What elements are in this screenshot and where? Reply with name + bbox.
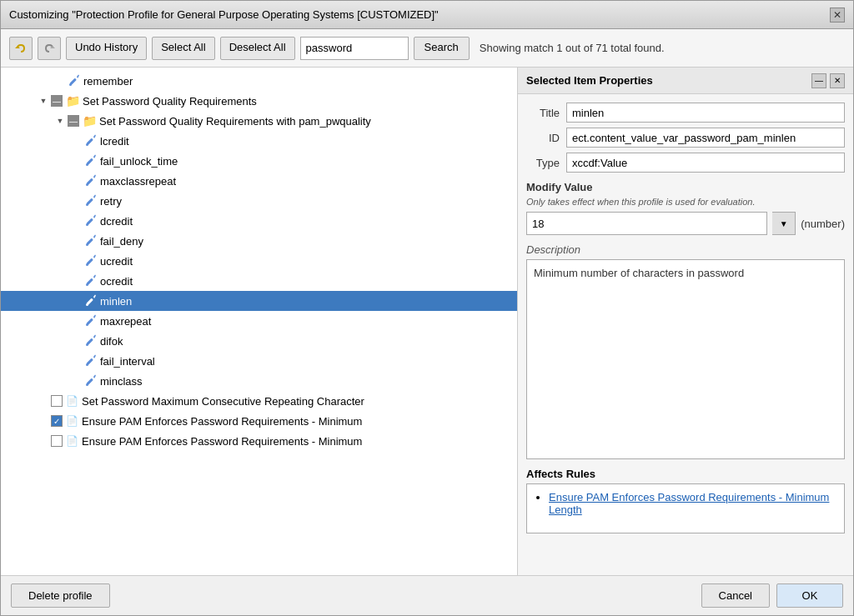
panel-minimize-button[interactable]: —: [811, 73, 826, 88]
redo-button[interactable]: [38, 37, 61, 60]
search-input[interactable]: [300, 37, 409, 60]
tree-item-fail-unlock-time[interactable]: ▶ fail_unlock_time: [1, 151, 517, 171]
tree-item-remember[interactable]: ▶ remember: [1, 71, 517, 91]
delete-profile-button[interactable]: Delete profile: [11, 583, 110, 608]
wrench-icon: [84, 354, 98, 368]
tree-item-difok[interactable]: ▶ difok: [1, 331, 517, 351]
tree-item-label: difok: [100, 335, 123, 348]
tree-item-label: ocredit: [100, 275, 133, 288]
wrench-icon: [84, 374, 98, 388]
checkbox-max-consec[interactable]: [51, 395, 63, 407]
tree-item-ensure-pam-min[interactable]: ▶ ✓ 📄 Ensure PAM Enforces Password Requi…: [1, 411, 517, 431]
tree-item-fail-deny[interactable]: ▶ fail_deny: [1, 231, 517, 251]
tree-item-retry[interactable]: ▶ retry: [1, 191, 517, 211]
wrench-icon: [84, 194, 98, 208]
tree-item-ocredit[interactable]: ▶ ocredit: [1, 271, 517, 291]
svg-point-11: [86, 203, 88, 206]
svg-point-23: [86, 323, 88, 326]
svg-point-25: [86, 343, 88, 346]
checkbox-ensure-pam2[interactable]: [51, 435, 63, 447]
tree-item-label: Set Password Maximum Consecutive Repeati…: [82, 395, 364, 408]
panel-close-button[interactable]: ✕: [830, 73, 845, 88]
modify-value-title: Modify Value: [526, 181, 845, 193]
properties-form: Title ID Type: [518, 94, 853, 181]
tree-item-label: minclass: [100, 375, 143, 388]
tree-item-label: ucredit: [100, 255, 133, 268]
tree-item-lcredit[interactable]: ▶ lcredit: [1, 131, 517, 151]
svg-point-9: [86, 183, 88, 186]
checkbox-ensure-pam[interactable]: ✓: [51, 415, 63, 427]
checkbox-pam[interactable]: —: [68, 115, 79, 127]
window-close-button[interactable]: ✕: [830, 8, 845, 23]
modify-value-section: Modify Value Only takes effect when this…: [518, 181, 853, 243]
search-button[interactable]: Search: [414, 37, 470, 60]
tree-item-ucredit[interactable]: ▶ ucredit: [1, 251, 517, 271]
window-title: Customizing "Protection Profile for Gene…: [9, 8, 439, 21]
description-label: Description: [526, 243, 845, 256]
tree-toggle-pam[interactable]: ▼: [54, 115, 66, 127]
tree-item-set-pw-quality-pam[interactable]: ▼ — 📁 Set Password Quality Requirements …: [1, 111, 517, 131]
title-field[interactable]: [566, 103, 845, 123]
id-label: ID: [526, 132, 560, 144]
tree-item-label: Ensure PAM Enforces Password Requirement…: [82, 435, 362, 448]
select-all-button[interactable]: Select All: [152, 37, 214, 60]
right-panel-controls: — ✕: [811, 73, 845, 88]
wrench-icon: [84, 134, 98, 148]
main-dialog: Customizing "Protection Profile for Gene…: [0, 0, 854, 616]
undo-icon: [14, 42, 28, 55]
tree-item-dcredit[interactable]: ▶ dcredit: [1, 211, 517, 231]
tree-item-label: retry: [100, 195, 122, 208]
toolbar: Undo History Select All Deselect All Sea…: [1, 29, 853, 68]
tree-item-max-consec[interactable]: ▶ 📄 Set Password Maximum Consecutive Rep…: [1, 391, 517, 411]
affects-rules-section: Affects Rules Ensure PAM Enforces Passwo…: [518, 468, 853, 542]
right-panel-header: Selected Item Properties — ✕: [518, 68, 853, 94]
checkbox-pw-quality[interactable]: —: [51, 95, 63, 107]
cancel-button[interactable]: Cancel: [701, 583, 770, 608]
undo-button[interactable]: [9, 37, 33, 60]
svg-point-13: [86, 223, 88, 226]
tree-item-label: dcredit: [100, 215, 133, 228]
wrench-icon: [84, 234, 98, 248]
id-row: ID: [526, 128, 845, 148]
svg-point-29: [86, 383, 88, 386]
tree-toggle-pw[interactable]: ▼: [38, 95, 49, 107]
wrench-icon: [84, 314, 98, 328]
tree-item-label: fail_unlock_time: [100, 155, 178, 168]
svg-point-19: [86, 283, 88, 286]
title-row: Title: [526, 103, 845, 123]
wrench-icon: [84, 154, 98, 168]
tree-item-label: maxclassrepeat: [100, 175, 176, 188]
wrench-icon: [84, 174, 98, 188]
id-field[interactable]: [566, 128, 845, 148]
doc-icon: 📄: [66, 415, 78, 427]
tree-item-label: remember: [83, 75, 133, 88]
tree-item-label: fail_interval: [100, 355, 155, 368]
value-row: ▼ (number): [526, 212, 845, 235]
tree-item-fail-interval[interactable]: ▶ fail_interval: [1, 351, 517, 371]
svg-point-27: [86, 363, 88, 366]
type-field[interactable]: [566, 153, 845, 173]
value-field[interactable]: [526, 212, 767, 235]
affects-rules-link[interactable]: Ensure PAM Enforces Password Requirement…: [549, 491, 829, 516]
folder-icon: 📁: [66, 94, 80, 108]
undo-history-button[interactable]: Undo History: [66, 37, 147, 60]
doc-icon: 📄: [66, 395, 78, 407]
wrench-icon: [84, 214, 98, 228]
tree-item-minlen[interactable]: ▶ minlen: [1, 291, 517, 311]
svg-point-21: [86, 303, 88, 306]
affects-rules-title: Affects Rules: [526, 468, 845, 480]
right-panel: Selected Item Properties — ✕ Title ID Ty…: [518, 68, 853, 575]
tree-item-label: maxrepeat: [100, 315, 151, 328]
ok-button[interactable]: OK: [776, 583, 843, 608]
footer: Delete profile Cancel OK: [1, 575, 853, 615]
tree-item-maxclassrepeat[interactable]: ▶ maxclassrepeat: [1, 171, 517, 191]
deselect-all-button[interactable]: Deselect All: [220, 37, 295, 60]
tree-item-set-pw-quality[interactable]: ▼ — 📁 Set Password Quality Requirements: [1, 91, 517, 111]
tree-item-minclass[interactable]: ▶ minclass: [1, 371, 517, 391]
number-label: (number): [801, 218, 845, 230]
tree-item-maxrepeat[interactable]: ▶ maxrepeat: [1, 311, 517, 331]
tree-item-ensure-pam-min2[interactable]: ▶ 📄 Ensure PAM Enforces Password Require…: [1, 431, 517, 451]
main-content: ▶ remember ▼ — 📁 Set Password Quality Re…: [1, 68, 853, 575]
description-text: Minimum number of characters in password: [526, 259, 845, 459]
value-dropdown-button[interactable]: ▼: [772, 212, 796, 235]
